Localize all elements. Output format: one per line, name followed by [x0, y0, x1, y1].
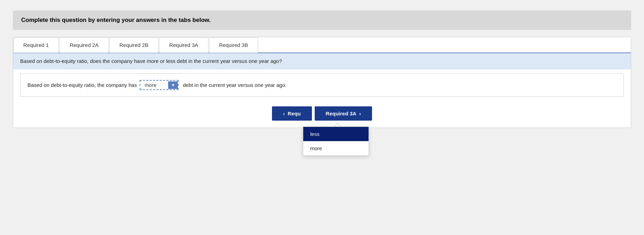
next-button[interactable]: Required 3A › — [315, 106, 372, 121]
tabs-row: Required 1 Required 2A Required 2B Requi… — [13, 37, 631, 53]
dropdown-option-more[interactable]: more — [303, 141, 369, 155]
page-container: Complete this question by entering your … — [13, 7, 631, 131]
prev-button-label: Requ — [288, 111, 301, 116]
nav-row: ‹ Requ Required 3A › — [272, 106, 372, 121]
main-content: Required 1 Required 2A Required 2B Requi… — [13, 37, 631, 128]
tab-required-1[interactable]: Required 1 — [13, 38, 59, 53]
answer-prefix: Based on debt-to-equity ratio, the compa… — [27, 82, 137, 88]
dropdown-popup-wrapper: less more — [303, 122, 341, 127]
dropdown-container[interactable]: more ▼ — [140, 80, 179, 90]
prev-arrow-icon: ‹ — [283, 111, 285, 116]
answer-suffix: debt in the current year versus one year… — [183, 82, 287, 88]
dropdown-selected-value: more — [140, 81, 168, 89]
prev-button[interactable]: ‹ Requ — [272, 106, 312, 121]
dropdown-arrow-icon[interactable]: ▼ — [168, 81, 178, 89]
tab-required-3b[interactable]: Required 3B — [209, 38, 258, 53]
caret-up-icon — [334, 122, 341, 127]
tab-required-3a[interactable]: Required 3A — [159, 38, 208, 53]
tab-required-2a[interactable]: Required 2A — [59, 38, 108, 53]
dropdown-popup: less more — [303, 127, 369, 156]
question-bar: Based on debt-to-equity ratio, does the … — [13, 53, 631, 69]
answer-row: Based on debt-to-equity ratio, the compa… — [20, 73, 624, 97]
instruction-text: Complete this question by entering your … — [21, 17, 210, 23]
next-arrow-icon: › — [359, 111, 361, 116]
instruction-bar: Complete this question by entering your … — [13, 10, 631, 30]
question-text: Based on debt-to-equity ratio, does the … — [20, 58, 282, 64]
nav-and-popup: ‹ Requ Required 3A › less — [13, 101, 631, 128]
next-button-label: Required 3A — [326, 111, 356, 116]
dropdown-option-less[interactable]: less — [303, 127, 369, 141]
tab-required-2b[interactable]: Required 2B — [109, 38, 158, 53]
